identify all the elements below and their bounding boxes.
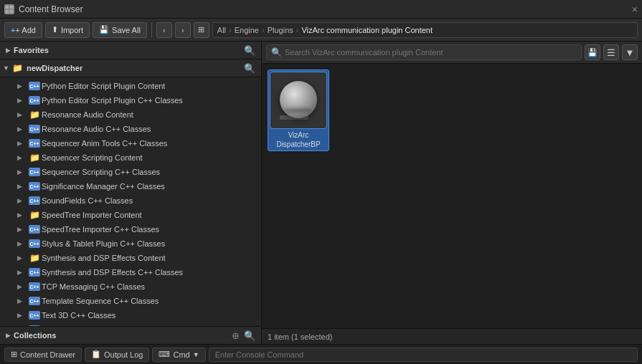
collections-header[interactable]: ▶ Collections ⊕ 🔍 (0, 326, 261, 344)
breadcrumb-plugins[interactable]: Plugins (268, 26, 293, 34)
import-label: Import (61, 26, 83, 34)
cpp-folder-icon: C++ (29, 239, 40, 248)
content-drawer-label: Content Drawer (20, 350, 75, 359)
collections-expand-icon: ▶ (6, 332, 11, 339)
add-button[interactable]: + + Add (4, 22, 42, 38)
tree-item-label: TCP Messaging C++ Classes (42, 282, 145, 291)
search-input[interactable] (285, 48, 577, 57)
breadcrumb-sep-1: › (229, 26, 232, 34)
asset-thumbnail (270, 72, 327, 129)
content-drawer-button[interactable]: ⊞ Content Drawer (4, 348, 82, 362)
cmd-label: Cmd (173, 350, 189, 359)
cpp-folder-icon: C++ (29, 139, 40, 148)
tree-item-label: Resonance Audio Content (42, 110, 133, 119)
tree-search-icon[interactable]: 🔍 (244, 62, 255, 74)
collections-search-icon[interactable]: 🔍 (244, 330, 255, 341)
search-box: 🔍 (266, 44, 582, 60)
tree-item-label: Significance Manager C++ Classes (42, 182, 165, 191)
tree-item-expand-icon: ▶ (17, 269, 27, 276)
favorites-expand-icon: ▶ (6, 47, 11, 54)
nav-forward-button[interactable]: › (175, 22, 191, 38)
view-options-button[interactable]: ▼ (622, 44, 638, 60)
tree-item-expand-icon: ▶ (17, 254, 27, 262)
tree-item[interactable]: ▶C++Python Editor Script Plugin Content (0, 79, 261, 93)
svg-rect-3 (10, 10, 13, 13)
favorites-search-icon[interactable]: 🔍 (244, 44, 255, 56)
save-settings-button[interactable]: 💾 (585, 44, 600, 60)
import-button[interactable]: ⬆ Import (45, 22, 90, 38)
save-all-button[interactable]: 💾 Save All (93, 22, 147, 38)
tree-item-expand-icon: ▶ (17, 82, 27, 90)
tree-item[interactable]: ▶C++Text 3D C++ Classes (0, 308, 261, 322)
tree-item-expand-icon: ▶ (17, 240, 27, 247)
tree-item[interactable]: ▶C++Sequencer Scripting C++ Classes (0, 165, 261, 179)
tree-item[interactable]: ▶C++TCP Messaging C++ Classes (0, 279, 261, 294)
nav-back-button[interactable]: ‹ (156, 22, 172, 38)
asset-tile[interactable]: VizArc DispatcherBP (268, 70, 329, 151)
console-input[interactable] (209, 348, 638, 362)
tree-item-expand-icon: ▶ (17, 283, 27, 290)
tree-item-label: Text 3D C++ Classes (42, 311, 115, 320)
collections-title: Collections (14, 331, 56, 340)
tree-item-expand-icon: ▶ (17, 211, 27, 219)
save-all-icon: 💾 (99, 25, 109, 34)
tree-item-label: Python Editor Script Plugin C++ Classes (42, 96, 183, 105)
tree-item[interactable]: ▶C++Significance Manager C++ Classes (0, 179, 261, 193)
tree-item-expand-icon: ▶ (17, 125, 27, 133)
title-bar: Content Browser × (0, 0, 642, 19)
output-log-label: Output Log (104, 350, 143, 359)
toolbar: + + Add ⬆ Import 💾 Save All ‹ › ⊞ All › … (0, 19, 642, 42)
asset-label: VizArc DispatcherBP (270, 130, 327, 149)
save-all-label: Save All (112, 26, 141, 34)
filter-button[interactable]: ☰ (603, 44, 619, 60)
main-area: ▶ Favorites 🔍 ▼ 📁 newDispatcher 🔍 ▶C++Py… (0, 42, 642, 344)
cpp-folder-icon: C++ (29, 311, 40, 320)
tree-item-expand-icon: ▶ (17, 140, 27, 147)
tree-item-expand-icon: ▶ (17, 168, 27, 176)
right-toolbar: 🔍 💾 ☰ ▼ (262, 42, 642, 64)
breadcrumb-all[interactable]: All (217, 26, 226, 34)
right-panel: 🔍 💾 ☰ ▼ VizArc DispatcherBP (262, 42, 642, 344)
favorites-title: Favorites (14, 46, 49, 54)
tree-item[interactable]: ▶C++Template Sequence C++ Classes (0, 294, 261, 308)
breadcrumb-active[interactable]: VizArc communication plugin Content (301, 26, 433, 34)
tree-item[interactable]: ▶C++SoundFields C++ Classes (0, 193, 261, 208)
breadcrumb-engine[interactable]: Engine (235, 26, 259, 34)
tree-item-expand-icon: ▶ (17, 111, 27, 118)
tree-container: ▶C++Python Editor Script Plugin Content▶… (0, 77, 261, 326)
output-log-button[interactable]: 📋 Output Log (85, 348, 149, 362)
close-button[interactable]: × (632, 4, 638, 15)
tree-item[interactable]: ▶C++SpeedTree Importer C++ Classes (0, 222, 261, 236)
tree-item[interactable]: ▶C++Python Editor Script Plugin C++ Clas… (0, 93, 261, 107)
folder-icon: 📁 (29, 152, 40, 163)
tree-item[interactable]: ▶C++Sequencer Anim Tools C++ Classes (0, 136, 261, 150)
bottom-bar: ⊞ Content Drawer 📋 Output Log ⌨ Cmd ▼ (0, 344, 642, 364)
tree-item[interactable]: ▶📁Synthesis and DSP Effects Content (0, 251, 261, 265)
cpp-folder-icon: C++ (29, 297, 40, 305)
tree-item[interactable]: ▶📁SpeedTree Importer Content (0, 208, 261, 222)
folder-up-button[interactable]: ⊞ (194, 22, 209, 38)
tree-item[interactable]: ▶📁Sequencer Scripting Content (0, 150, 261, 165)
tree-item-label: SpeedTree Importer Content (42, 211, 142, 219)
cpp-folder-icon: C++ (29, 82, 40, 90)
tree-item-label: Python Editor Script Plugin Content (42, 82, 165, 90)
tree-root-header[interactable]: ▼ 📁 newDispatcher 🔍 (0, 59, 261, 77)
cmd-arrow-icon: ▼ (193, 351, 199, 358)
tree-item-expand-icon: ▶ (17, 226, 27, 233)
status-bar: 1 item (1 selected) (262, 328, 642, 344)
cmd-button[interactable]: ⌨ Cmd ▼ (152, 348, 205, 362)
tree-item[interactable]: ▶C++Resonance Audio C++ Classes (0, 122, 261, 136)
tree-item[interactable]: ▶C++Synthesis and DSP Effects C++ Classe… (0, 265, 261, 279)
tree-item-label: Sequencer Anim Tools C++ Classes (42, 139, 167, 148)
breadcrumb: All › Engine › Plugins › VizArc communic… (212, 22, 638, 38)
collections-add-icon[interactable]: ⊕ (230, 330, 241, 341)
tree-root-label: newDispatcher (27, 64, 82, 72)
tree-item-expand-icon: ▶ (17, 154, 27, 161)
tree-item[interactable]: ▶📁Resonance Audio Content (0, 107, 261, 122)
status-text: 1 item (1 selected) (268, 332, 332, 341)
cpp-folder-icon: C++ (29, 282, 40, 291)
folder-icon: 📁 (29, 252, 40, 264)
tree-expand-icon: ▼ (3, 64, 9, 72)
favorites-header[interactable]: ▶ Favorites 🔍 (0, 42, 261, 59)
tree-item[interactable]: ▶C++Stylus & Tablet Plugin C++ Classes (0, 236, 261, 251)
